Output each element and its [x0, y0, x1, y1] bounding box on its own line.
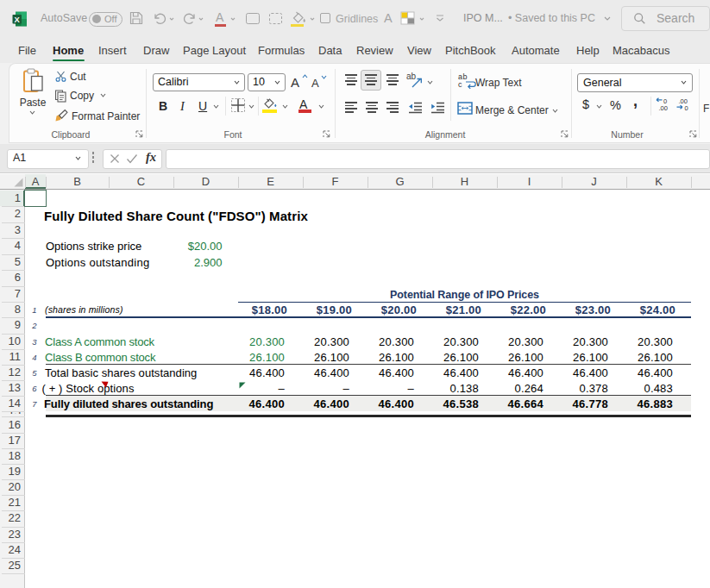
svg-text:.00: .00	[659, 104, 668, 112]
svg-text:0: 0	[685, 104, 688, 112]
svg-text:X: X	[15, 15, 21, 24]
